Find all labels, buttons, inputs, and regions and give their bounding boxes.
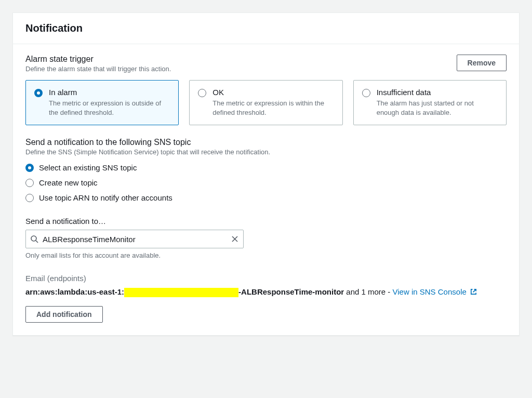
- panel-title: Notification: [25, 22, 507, 34]
- send-to-hint: Only email lists for this account are av…: [25, 251, 507, 259]
- sns-description: Define the SNS (Simple Notification Serv…: [25, 148, 507, 156]
- card-body: OK The metric or expression is within th…: [212, 88, 334, 117]
- trigger-option-desc: The metric or expression is outside of t…: [49, 99, 170, 117]
- send-to-label: Send a notification to…: [25, 217, 507, 225]
- email-label: Email (endpoints): [25, 274, 507, 283]
- radio-icon: [34, 89, 43, 97]
- arn-suffix: -ALBResponseTime-monitor: [238, 287, 344, 296]
- send-to-combobox[interactable]: [25, 230, 244, 248]
- notification-panel: Notification Alarm state trigger Define …: [12, 12, 520, 336]
- send-to-input[interactable]: [43, 235, 227, 244]
- trigger-heading-group: Alarm state trigger Define the alarm sta…: [25, 55, 171, 80]
- arn-prefix: arn:aws:lambda:us-east-1:: [25, 287, 124, 296]
- sns-option-label: Create new topic: [39, 178, 98, 187]
- arn-line: arn:aws:lambda:us-east-1:-ALBResponseTim…: [25, 285, 507, 299]
- sns-option-label: Select an existing SNS topic: [39, 163, 137, 172]
- trigger-option-title: In alarm: [49, 88, 170, 97]
- sns-options: Select an existing SNS topic Create new …: [25, 160, 507, 205]
- remove-button[interactable]: Remove: [457, 55, 507, 71]
- email-endpoints: Email (endpoints) arn:aws:lambda:us-east…: [25, 274, 507, 323]
- panel-header: Notification: [13, 13, 519, 44]
- trigger-option-title: OK: [212, 88, 334, 97]
- trigger-header-row: Alarm state trigger Define the alarm sta…: [25, 55, 507, 80]
- trigger-option-desc: The metric or expression is within the d…: [212, 99, 334, 117]
- sns-option-arn[interactable]: Use topic ARN to notify other accounts: [25, 190, 507, 205]
- radio-icon: [25, 164, 34, 172]
- external-link-icon: [470, 288, 477, 296]
- trigger-title: Alarm state trigger: [25, 55, 171, 64]
- radio-icon: [25, 179, 34, 187]
- trigger-option-in-alarm[interactable]: In alarm The metric or expression is out…: [25, 80, 179, 125]
- card-body: In alarm The metric or expression is out…: [49, 88, 170, 117]
- trigger-description: Define the alarm state that will trigger…: [25, 65, 171, 73]
- link-text: View in SNS Console: [393, 287, 467, 296]
- add-notification-button[interactable]: Add notification: [25, 306, 103, 323]
- panel-body: Alarm state trigger Define the alarm sta…: [13, 44, 519, 335]
- radio-icon: [198, 89, 206, 97]
- trigger-options: In alarm The metric or expression is out…: [25, 80, 507, 125]
- trigger-option-insufficient-data[interactable]: Insufficient data The alarm has just sta…: [353, 80, 507, 125]
- sns-title: Send a notification to the following SNS…: [25, 138, 507, 147]
- sns-option-create[interactable]: Create new topic: [25, 175, 507, 190]
- radio-icon: [25, 194, 34, 202]
- redacted-account-id: [124, 288, 238, 297]
- sns-option-label: Use topic ARN to notify other accounts: [39, 193, 172, 202]
- view-sns-console-link[interactable]: View in SNS Console: [393, 287, 477, 296]
- more-text: and 1 more -: [344, 287, 392, 296]
- trigger-option-title: Insufficient data: [377, 88, 498, 97]
- svg-line-1: [36, 241, 38, 243]
- trigger-option-desc: The alarm has just started or not enough…: [377, 99, 498, 117]
- card-body: Insufficient data The alarm has just sta…: [377, 88, 498, 117]
- radio-icon: [362, 89, 370, 97]
- trigger-option-ok[interactable]: OK The metric or expression is within th…: [189, 80, 342, 125]
- svg-point-0: [31, 236, 36, 241]
- add-notification-wrap: Add notification: [25, 306, 507, 323]
- sns-option-existing[interactable]: Select an existing SNS topic: [25, 160, 507, 175]
- search-icon: [30, 235, 38, 243]
- clear-icon[interactable]: [231, 235, 239, 243]
